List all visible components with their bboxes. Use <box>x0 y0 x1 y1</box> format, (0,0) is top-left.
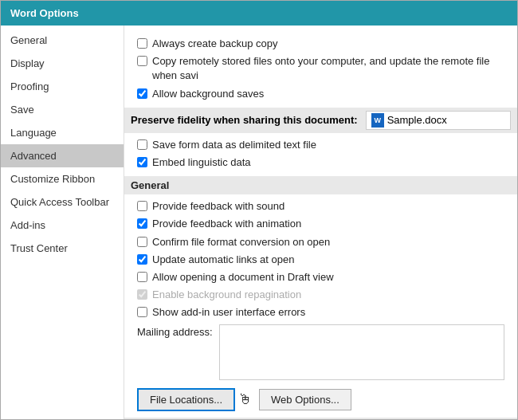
layout-section-header: Layout options for: W Sample.docx <box>124 418 517 419</box>
word-doc-icon: W <box>371 113 384 128</box>
title-bar: Word Options <box>1 1 517 26</box>
checkbox-update-links: Update automatic links at open <box>137 253 504 267</box>
checkbox-add-in-errors: Show add-in user interface errors <box>137 305 504 320</box>
checkbox-draft-view-input[interactable] <box>137 272 147 282</box>
checkbox-background-saves: Allow background saves <box>137 87 504 101</box>
word-options-window: Word Options General Display Proofing Sa… <box>0 0 518 420</box>
checkbox-feedback-animation-input[interactable] <box>137 218 147 229</box>
checkbox-background-repagination-input[interactable] <box>137 289 147 300</box>
content-area: General Display Proofing Save Language A… <box>1 26 517 419</box>
checkbox-embed-linguistic-label: Embed linguistic data <box>152 155 251 170</box>
checkbox-backup-copy-input[interactable] <box>137 38 147 49</box>
checkbox-update-links-label: Update automatic links at open <box>152 253 295 267</box>
checkbox-save-form-data: Save form data as delimited text file <box>137 138 504 152</box>
checkbox-draft-view-label: Allow opening a document in Draft view <box>152 270 334 285</box>
sidebar-item-customize-ribbon[interactable]: Customize Ribbon <box>1 167 124 190</box>
sidebar: General Display Proofing Save Language A… <box>1 26 124 419</box>
mailing-address-row: Mailing address: <box>137 324 504 380</box>
fidelity-doc: W Sample.docx <box>366 111 511 130</box>
general-section-header: General <box>124 176 517 194</box>
checkbox-remote-files-label: Copy remotely stored files onto your com… <box>152 54 504 83</box>
web-options-button[interactable]: Web Options... <box>259 389 351 410</box>
sidebar-item-quick-access-toolbar[interactable]: Quick Access Toolbar <box>1 190 124 214</box>
sidebar-item-proofing[interactable]: Proofing <box>1 75 124 98</box>
general-section-label: General <box>131 179 169 191</box>
checkbox-feedback-animation-label: Provide feedback with animation <box>152 217 301 231</box>
checkbox-background-repagination-label: Enable background repagination <box>152 288 301 302</box>
checkbox-confirm-format-input[interactable] <box>137 237 147 247</box>
checkbox-feedback-sound: Provide feedback with sound <box>137 199 504 214</box>
checkbox-add-in-errors-input[interactable] <box>137 307 147 317</box>
main-content: Always create backup copy Copy remotely … <box>124 26 517 419</box>
checkbox-feedback-sound-label: Provide feedback with sound <box>152 199 285 214</box>
sidebar-item-general[interactable]: General <box>1 29 124 52</box>
sidebar-item-language[interactable]: Language <box>1 121 124 144</box>
sidebar-item-trust-center[interactable]: Trust Center <box>1 237 124 260</box>
mailing-address-label: Mailing address: <box>137 324 213 338</box>
fidelity-label: Preserve fidelity when sharing this docu… <box>131 114 358 126</box>
checkbox-embed-linguistic: Embed linguistic data <box>137 155 504 170</box>
checkbox-background-saves-input[interactable] <box>137 88 147 99</box>
cursor-icon: 🖰 <box>238 391 253 408</box>
window-title: Word Options <box>10 7 79 19</box>
fidelity-section-header: Preserve fidelity when sharing this docu… <box>124 108 517 133</box>
red-arrow-indicator <box>124 324 137 396</box>
checkbox-backup-copy: Always create backup copy <box>137 37 504 51</box>
checkbox-save-form-data-label: Save form data as delimited text file <box>152 138 316 152</box>
checkbox-embed-linguistic-input[interactable] <box>137 157 147 167</box>
checkbox-remote-files: Copy remotely stored files onto your com… <box>137 54 504 83</box>
mailing-address-textarea[interactable] <box>219 324 504 380</box>
checkbox-feedback-sound-input[interactable] <box>137 201 147 211</box>
buttons-row: File Locations... 🖰 Web Options... <box>137 388 504 411</box>
checkbox-confirm-format: Confirm file format conversion on open <box>137 235 504 249</box>
sidebar-item-display[interactable]: Display <box>1 52 124 75</box>
checkbox-save-form-data-input[interactable] <box>137 139 147 150</box>
checkbox-feedback-animation: Provide feedback with animation <box>137 217 504 231</box>
sidebar-item-add-ins[interactable]: Add-ins <box>1 214 124 237</box>
file-locations-button[interactable]: File Locations... <box>137 388 235 411</box>
checkbox-background-repagination: Enable background repagination <box>137 288 504 302</box>
checkbox-draft-view: Allow opening a document in Draft view <box>137 270 504 285</box>
checkbox-background-saves-label: Allow background saves <box>152 87 264 101</box>
fidelity-doc-name: Sample.docx <box>387 114 447 126</box>
checkbox-add-in-errors-label: Show add-in user interface errors <box>152 305 305 320</box>
sidebar-item-advanced[interactable]: Advanced <box>1 144 124 167</box>
checkbox-confirm-format-label: Confirm file format conversion on open <box>152 235 330 249</box>
checkbox-update-links-input[interactable] <box>137 254 147 265</box>
checkbox-remote-files-input[interactable] <box>137 56 147 66</box>
checkbox-backup-copy-label: Always create backup copy <box>152 37 278 51</box>
sidebar-item-save[interactable]: Save <box>1 98 124 121</box>
